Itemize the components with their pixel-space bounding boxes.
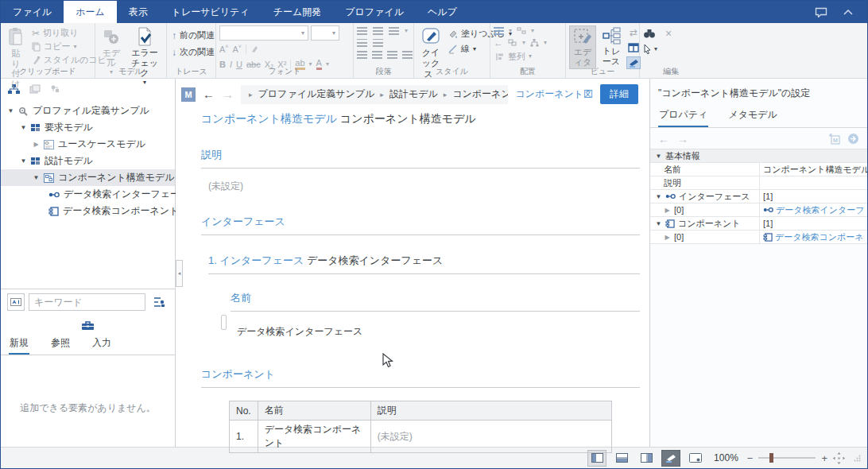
prev-relation-button[interactable]: ↑ 前の関連 xyxy=(170,29,216,41)
increase-indent-icon[interactable] xyxy=(373,39,383,47)
keyword-search-input[interactable] xyxy=(29,293,145,311)
error-check-button[interactable]: エラーチェック ▾ xyxy=(126,25,163,87)
sync-selection-icon[interactable] xyxy=(847,133,859,145)
pan-view-button[interactable] xyxy=(833,452,845,464)
tab-traceability[interactable]: トレーサビリティ xyxy=(160,1,262,23)
breadcrumb-item[interactable]: プロファイル定義サンプル xyxy=(258,87,375,101)
align-center-icon[interactable] xyxy=(372,51,382,59)
layout-icon[interactable] xyxy=(530,39,539,47)
zoom-in-button[interactable]: + xyxy=(821,452,827,464)
style-edit-mode-button[interactable] xyxy=(661,450,680,467)
component-icon xyxy=(763,233,773,242)
property-row-description[interactable]: 説明 xyxy=(650,176,867,190)
tree-item-usecase-model[interactable]: ▶ ユースケースモデル xyxy=(1,136,175,153)
align-right-icon[interactable] xyxy=(387,51,397,59)
app-window: ファイル ホーム 表示 トレーサビリティ チーム開発 プロファイル ヘルプ 貼り… xyxy=(0,0,868,469)
zoom-out-button[interactable]: − xyxy=(747,452,754,464)
tab-profile[interactable]: プロファイル xyxy=(333,1,416,23)
tab-input[interactable]: 入力 xyxy=(91,335,112,355)
tree-item-requirement-model[interactable]: ▼ 要求モデル xyxy=(1,119,175,136)
collapse-ribbon-icon[interactable] xyxy=(843,10,853,15)
tab-home[interactable]: ホーム xyxy=(64,1,117,23)
detail-button[interactable]: 詳細 xyxy=(600,84,638,104)
property-row-name[interactable]: 名前 コンポーネント構造モデル xyxy=(650,163,867,176)
breadcrumb-item[interactable]: コンポーネント構造モデル xyxy=(452,87,508,101)
tree-item-data-search-interface[interactable]: データ検索インターフェース xyxy=(1,186,175,203)
distribute-icon[interactable] xyxy=(517,27,526,35)
component-diagram-link[interactable]: コンポーネント図 xyxy=(515,87,593,101)
tab-file[interactable]: ファイル xyxy=(1,1,64,23)
multilevel-list-icon[interactable] xyxy=(389,27,399,35)
nav-back-icon[interactable]: ← xyxy=(203,88,215,100)
tab-new[interactable]: 新規 xyxy=(9,335,29,355)
prop-back-icon[interactable]: ← xyxy=(658,134,669,145)
select-cursor-icon[interactable] xyxy=(643,44,652,54)
zoom-slider-handle[interactable] xyxy=(769,453,773,463)
next-relation-button[interactable]: ↓ 次の関連 xyxy=(170,46,216,58)
tab-reference[interactable]: 参照 xyxy=(50,335,71,355)
table-row[interactable]: 1. データ検索コンポーネント (未設定) xyxy=(230,421,612,453)
property-row-interface-0[interactable]: ▶ [0] データ検索インターフェース:イ… xyxy=(650,203,867,217)
tab-metamodel[interactable]: メタモデル xyxy=(727,107,777,127)
nav-forward-icon[interactable]: → xyxy=(222,88,234,100)
split-view-icon[interactable] xyxy=(626,41,641,54)
property-row-component-0[interactable]: ▶ [0] データ検索コンポーネント:コン… xyxy=(650,231,867,244)
tree-item-component-structure-model[interactable]: ▼ コンポーネント構造モデル xyxy=(1,169,175,186)
tree-item-profile-sample[interactable]: ▼ プロファイル定義サンプル xyxy=(1,103,175,119)
column-header-name: 名前 xyxy=(258,401,370,421)
ribbon-group-style: クイック スタイル▾ 塗りつぶし ▾ 線 ▾ スタイル xyxy=(414,23,490,78)
component-icon xyxy=(48,207,59,216)
tab-view[interactable]: 表示 xyxy=(117,1,160,23)
bullet-list-icon[interactable] xyxy=(357,27,367,35)
section-heading-component: コンポーネント xyxy=(201,367,640,388)
rotate-icon[interactable]: ← xyxy=(494,38,503,48)
resize-grip[interactable] xyxy=(854,455,861,462)
presentation-view-button[interactable] xyxy=(686,450,705,467)
tree-item-data-search-component[interactable]: データ検索コンポーネント xyxy=(1,203,175,219)
align-button[interactable]: 整列 ▾ xyxy=(494,51,547,63)
property-row-component[interactable]: ▼ コンポーネント [1] xyxy=(650,217,867,231)
editor-view-button[interactable]: エディタ xyxy=(569,25,596,69)
zoom-slider[interactable] xyxy=(758,452,816,463)
trace-view-button[interactable]: トレース xyxy=(599,25,624,68)
keyword-search-bar xyxy=(1,289,175,315)
paste-button[interactable]: 貼り付け xyxy=(4,25,28,91)
text-search-icon[interactable] xyxy=(7,293,25,311)
sidebar-collapse-handle[interactable]: ◂ xyxy=(176,260,183,287)
row-drag-handle[interactable] xyxy=(221,315,227,330)
tab-properties[interactable]: プロパティ xyxy=(658,107,708,127)
delete-icon[interactable]: × xyxy=(665,28,672,39)
ribbon: 貼り付け ✂ 切り取り コピー ▾ スタイルのコピー xyxy=(1,23,867,79)
grow-font-button[interactable]: A˄ xyxy=(219,44,228,54)
group-icon[interactable] xyxy=(508,39,517,47)
interface-link[interactable]: データ検索インターフェース:イ… xyxy=(776,204,864,216)
align-justify-icon[interactable] xyxy=(402,51,413,59)
font-size-select[interactable]: ▾ xyxy=(311,25,339,41)
interface-item[interactable]: 1. インターフェース データ検索インターフェース xyxy=(208,254,640,274)
metamodel-jump-icon[interactable]: M xyxy=(829,134,841,145)
structure-filter-icon[interactable] xyxy=(149,293,169,311)
font-family-select[interactable]: ▾ xyxy=(219,25,308,41)
numbered-list-icon[interactable] xyxy=(373,27,383,35)
swap-panes-icon[interactable]: ⇄ xyxy=(626,26,641,39)
prop-forward-icon[interactable]: → xyxy=(677,134,688,145)
tab-help[interactable]: ヘルプ xyxy=(416,1,469,23)
breadcrumb[interactable]: ▸ プロファイル定義サンプル ▸ 設計モデル ▸ コンポーネント構造モデル ▸ xyxy=(241,85,508,104)
tree-item-design-model[interactable]: ▼ 設計モデル xyxy=(1,153,175,169)
align-left-icon[interactable] xyxy=(357,51,367,59)
ribbon-group-view: エディタ トレース ⇄ ビュー xyxy=(566,23,640,78)
bring-forward-icon[interactable] xyxy=(494,27,504,35)
property-row-interface[interactable]: ▼ インターフェース [1] xyxy=(650,190,867,203)
feedback-icon[interactable] xyxy=(815,7,827,17)
find-icon[interactable] xyxy=(643,29,656,39)
paste-icon xyxy=(7,27,25,47)
breadcrumb-item[interactable]: 設計モデル xyxy=(389,87,438,101)
clear-format-icon[interactable] xyxy=(250,45,259,53)
shrink-font-button[interactable]: A˅ xyxy=(232,44,241,54)
editor-pane: ◂ M ← → ▸ プロファイル定義サンプル ▸ 設計モデル ▸ コンポーネント… xyxy=(176,79,649,447)
tab-team[interactable]: チーム開発 xyxy=(262,1,334,23)
decrease-indent-icon[interactable] xyxy=(357,39,367,47)
zoom-level: 100% xyxy=(714,452,738,463)
property-group-basic[interactable]: ▼ 基本情報 xyxy=(650,149,867,163)
component-link[interactable]: データ検索コンポーネント:コン… xyxy=(775,231,864,243)
